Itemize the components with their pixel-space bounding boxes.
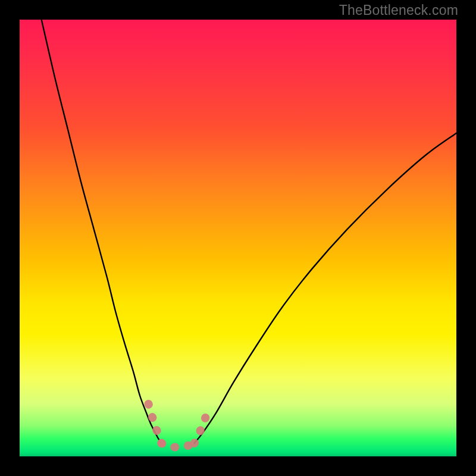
curve-layer — [20, 20, 456, 456]
chart-frame: TheBottleneck.com — [0, 0, 476, 476]
series-valley-highlight-floor — [162, 443, 195, 447]
series-right-curve — [195, 133, 456, 443]
plot-area — [20, 20, 456, 456]
watermark-text: TheBottleneck.com — [339, 2, 458, 18]
series-left-curve — [42, 20, 162, 443]
